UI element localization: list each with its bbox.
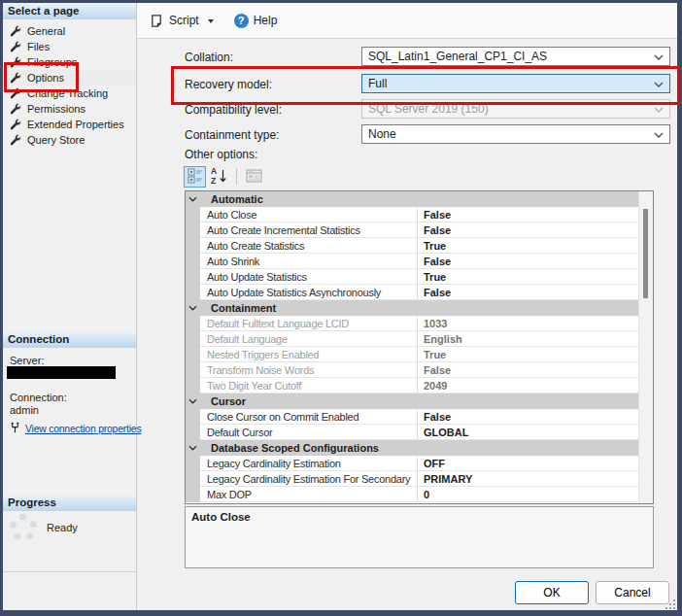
property-description-title: Auto Close: [186, 507, 653, 523]
property-label: Close Cursor on Commit Enabled: [200, 409, 418, 425]
sidebar-page-label: Filegroups: [27, 56, 77, 68]
property-label: Auto Close: [200, 207, 418, 222]
property-row[interactable]: Default Language English: [186, 331, 639, 347]
property-value[interactable]: False: [418, 254, 639, 269]
wrench-icon: [10, 87, 21, 99]
sidebar-page-item[interactable]: Query Store: [3, 132, 136, 148]
resize-grip[interactable]: [665, 599, 677, 613]
property-value[interactable]: GLOBAL: [418, 425, 639, 440]
chevron-down-icon: [654, 127, 664, 141]
sidebar-page-label: General: [27, 25, 65, 37]
property-row[interactable]: Auto Shrink False: [186, 254, 639, 269]
property-label: Legacy Cardinality Estimation For Second…: [200, 471, 418, 487]
wrench-icon: [10, 103, 21, 115]
property-row[interactable]: Transform Noise Words False: [186, 362, 639, 378]
property-row[interactable]: Auto Create Incremental Statistics False: [186, 222, 639, 238]
property-value[interactable]: False: [418, 362, 639, 378]
property-row[interactable]: Close Cursor on Commit Enabled False: [186, 409, 639, 425]
sidebar-page-item[interactable]: Filegroups: [3, 54, 136, 70]
property-value[interactable]: 0: [418, 487, 639, 502]
wrench-icon: [10, 41, 21, 52]
property-row[interactable]: Legacy Cardinality Estimation OFF: [186, 456, 639, 471]
property-row[interactable]: Two Digit Year Cutoff 2049: [186, 378, 639, 394]
containment-type-value: None: [368, 127, 396, 141]
row-gutter: [186, 331, 200, 347]
property-category-row[interactable]: Cursor: [186, 394, 639, 409]
property-grid: Automatic Auto Close False Auto Create I…: [185, 190, 654, 504]
property-category-row[interactable]: Containment: [186, 300, 639, 316]
chevron-down-icon: [654, 102, 664, 116]
sidebar-page-item[interactable]: Options: [3, 70, 136, 86]
property-category-label: Database Scoped Configurations: [200, 440, 379, 456]
row-gutter: [186, 285, 200, 300]
property-label: Auto Update Statistics Asynchronously: [200, 285, 418, 300]
property-value[interactable]: True: [418, 238, 639, 254]
collation-label: Collation:: [185, 51, 233, 64]
row-gutter: [186, 378, 200, 394]
property-label: Auto Shrink: [200, 254, 418, 269]
toolbar-separator: [236, 168, 237, 185]
chevron-down-icon: [186, 394, 200, 409]
compatibility-level-label: Compatibility level:: [185, 103, 282, 117]
property-value[interactable]: False: [418, 207, 639, 222]
property-value[interactable]: 2049: [418, 378, 639, 394]
scrollbar-thumb[interactable]: [643, 209, 648, 298]
property-row[interactable]: Auto Update Statistics Asynchronously Fa…: [186, 285, 639, 300]
view-connection-properties-link[interactable]: View connection properties: [25, 424, 141, 434]
sidebar-page-item[interactable]: General: [3, 23, 136, 39]
row-gutter: [186, 269, 200, 285]
property-grid-toolbar: A Z: [184, 165, 265, 188]
property-value[interactable]: English: [418, 331, 639, 347]
wrench-icon: [10, 56, 21, 68]
ok-button[interactable]: OK: [515, 581, 589, 604]
property-value[interactable]: True: [418, 269, 639, 285]
cancel-button[interactable]: Cancel: [596, 581, 669, 604]
progress-spinner-icon: [10, 514, 37, 541]
alphabetical-sort-button[interactable]: A Z: [208, 166, 230, 188]
alphabetical-sort-icon: A Z: [211, 168, 227, 185]
property-pages-button: [243, 166, 265, 188]
server-name-redacted: [7, 366, 116, 379]
wrench-icon: [10, 134, 21, 146]
recovery-model-label: Recovery model:: [185, 78, 272, 91]
property-row[interactable]: Auto Update Statistics True: [186, 269, 639, 285]
categorized-view-button[interactable]: [184, 166, 206, 188]
property-category-row[interactable]: Automatic: [186, 191, 639, 207]
property-row[interactable]: Default Fulltext Language LCID 1033: [186, 316, 639, 331]
compatibility-level-dropdown: SQL Server 2019 (150): [361, 99, 670, 119]
vertical-scrollbar[interactable]: [638, 191, 653, 503]
sidebar-page-item[interactable]: Files: [3, 39, 136, 54]
property-category-row[interactable]: Database Scoped Configurations: [186, 440, 639, 456]
sidebar-page-label: Query Store: [27, 134, 85, 146]
sidebar-page-item[interactable]: Permissions: [3, 101, 136, 117]
sidebar-page-item[interactable]: Change Tracking: [3, 86, 136, 101]
property-row[interactable]: Auto Create Statistics True: [186, 238, 639, 254]
script-dropdown-arrow-icon[interactable]: [208, 19, 214, 23]
property-row[interactable]: Auto Close False: [186, 207, 639, 222]
property-value[interactable]: False: [418, 222, 639, 238]
collation-dropdown[interactable]: SQL_Latin1_General_CP1_CI_AS: [361, 47, 670, 66]
property-value[interactable]: False: [418, 285, 639, 300]
property-label: Auto Update Statistics: [200, 269, 418, 285]
help-button[interactable]: Help: [254, 14, 278, 27]
property-value[interactable]: 1033: [418, 316, 639, 331]
property-value[interactable]: OFF: [418, 456, 639, 471]
property-row[interactable]: Nested Triggers Enabled True: [186, 347, 639, 362]
server-label: Server:: [10, 355, 44, 366]
select-a-page-header: Select a page: [3, 3, 136, 19]
recovery-model-dropdown[interactable]: Full: [361, 74, 670, 93]
chevron-down-icon: [186, 440, 200, 456]
sidebar-page-item[interactable]: Extended Properties: [3, 117, 136, 132]
property-value[interactable]: False: [418, 409, 639, 425]
property-row[interactable]: Max DOP 0: [186, 487, 639, 502]
wrench-icon: [10, 25, 21, 37]
other-options-label: Other options:: [185, 148, 257, 161]
property-category-label: Automatic: [200, 191, 263, 207]
sidebar-page-label: Extended Properties: [27, 119, 124, 130]
property-row[interactable]: Legacy Cardinality Estimation For Second…: [186, 471, 639, 487]
script-button[interactable]: Script: [169, 14, 199, 27]
containment-type-dropdown[interactable]: None: [361, 124, 670, 144]
property-value[interactable]: True: [418, 347, 639, 362]
property-value[interactable]: PRIMARY: [418, 471, 639, 487]
property-row[interactable]: Default Cursor GLOBAL: [186, 425, 639, 440]
